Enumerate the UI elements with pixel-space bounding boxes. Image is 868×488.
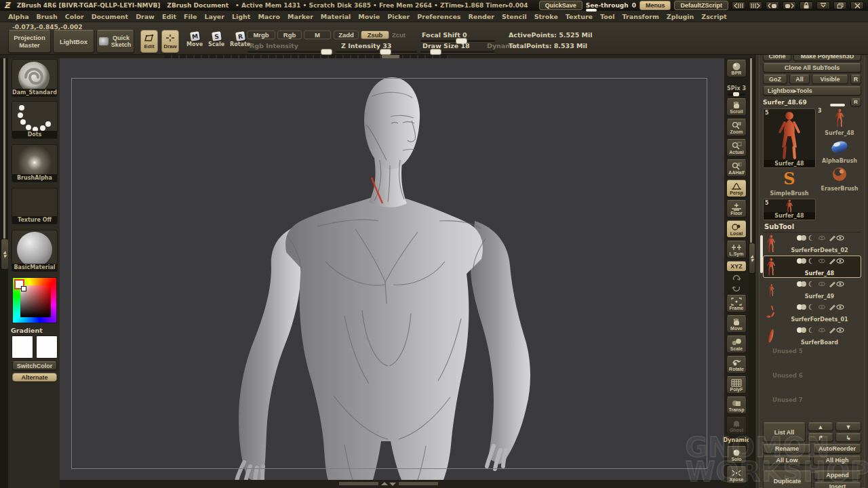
see-through-handle[interactable] <box>586 9 597 12</box>
z-intensity-handle[interactable] <box>380 49 391 55</box>
menu-draw[interactable]: Draw <box>136 13 155 20</box>
default-zscript-button[interactable]: DefaultZScript <box>674 1 728 10</box>
lightbox-button[interactable]: LightBox <box>53 30 94 53</box>
subtool-row-surfer49[interactable]: Surfer_49 <box>763 279 861 301</box>
subtool-visibility-icons[interactable] <box>795 258 844 264</box>
tool-thumbnail-surfer48-bottom[interactable]: 5 Surfer_48 <box>763 199 816 220</box>
document-canvas[interactable] <box>60 58 724 480</box>
active-tool-slider[interactable]: Surfer_48.69 R <box>763 98 861 106</box>
aahalf-button[interactable]: AAHalf <box>726 159 747 177</box>
color-picker[interactable] <box>12 277 57 323</box>
next-document-hand-icon[interactable] <box>783 1 796 9</box>
menu-picker[interactable]: Picker <box>387 13 410 20</box>
xyz-symmetry-button[interactable]: XYZ <box>726 261 747 272</box>
prev-document-hand-icon[interactable] <box>766 1 779 9</box>
draw-size-track[interactable] <box>420 51 495 53</box>
active-tool-thumbnail[interactable]: 5 Surfer_48 <box>763 108 816 168</box>
scale-mode-button[interactable]: S Scale <box>208 32 224 47</box>
draw-size-slider[interactable]: Draw Size 18 <box>422 42 470 49</box>
subtool-up-button[interactable]: ▲ <box>808 422 833 431</box>
minimize-button[interactable] <box>816 1 830 9</box>
y-rotate-icon[interactable] <box>732 274 741 282</box>
xpose-button[interactable]: Xpose <box>726 466 747 484</box>
quicksave-button[interactable]: QuickSave <box>539 1 583 10</box>
scale-button[interactable]: Scale <box>726 336 747 353</box>
zadd-button[interactable]: Zadd <box>334 30 359 39</box>
scrollbar-segment-right[interactable] <box>399 482 438 485</box>
subtool-move-down-button[interactable]: ↳ <box>835 433 861 442</box>
subtool-visibility-icons[interactable] <box>795 235 844 241</box>
duplicate-button[interactable]: Duplicate <box>763 470 812 488</box>
current-stroke-thumbnail[interactable]: Dots <box>12 101 58 139</box>
left-tray-toggle-icon[interactable] <box>732 1 745 9</box>
zcut-button[interactable]: Zcut <box>391 30 406 39</box>
list-all-button[interactable]: List All <box>763 422 806 442</box>
actual-button[interactable]: Actual <box>726 139 747 157</box>
current-brush-thumbnail[interactable]: Dam_Standard <box>12 59 58 97</box>
menu-zscript[interactable]: Zscript <box>701 13 726 20</box>
goz-all-button[interactable]: All <box>789 75 810 84</box>
all-high-button[interactable]: All High <box>813 455 861 465</box>
alternate-button[interactable]: Alternate <box>12 373 57 382</box>
z-rotate-icon[interactable] <box>732 285 741 292</box>
menu-alpha[interactable]: Alpha <box>8 13 29 20</box>
lock-icon[interactable] <box>800 1 813 9</box>
lightbox-tools-button[interactable]: Lightbox▸Tools <box>763 86 861 96</box>
rgb-button[interactable]: Rgb <box>277 30 302 39</box>
menu-transform[interactable]: Transform <box>623 13 659 20</box>
goz-visible-button[interactable]: Visible <box>812 75 848 84</box>
menu-macro[interactable]: Macro <box>258 13 280 20</box>
bpr-render-button[interactable]: BPR <box>726 60 747 77</box>
subtool-row-surferfordeets01[interactable]: SurferForDeets_01 <box>763 302 861 324</box>
local-button[interactable]: Local <box>726 220 747 238</box>
subtool-row-surferboard[interactable]: SurferBoard <box>763 325 861 347</box>
move-mode-button[interactable]: M Move <box>186 32 203 47</box>
scroll-down-icon[interactable] <box>389 483 396 486</box>
menu-document[interactable]: Document <box>92 13 128 20</box>
spix-handle[interactable] <box>733 92 739 96</box>
goz-button[interactable]: GoZ <box>763 75 787 84</box>
dynamic-label[interactable]: Dynamic <box>724 437 750 443</box>
menu-light[interactable]: Light <box>232 13 250 20</box>
menu-layer[interactable]: Layer <box>204 13 224 20</box>
subtool-row-surferfordeets02[interactable]: SurferForDeets_02 <box>763 232 861 255</box>
current-texture-thumbnail[interactable]: Texture Off <box>12 188 58 224</box>
polyf-button[interactable]: PolyF <box>726 376 747 394</box>
m-button[interactable]: M <box>304 30 331 39</box>
menu-material[interactable]: Material <box>321 13 351 20</box>
close-button[interactable] <box>850 1 864 9</box>
rgb-intensity-handle[interactable] <box>321 49 332 55</box>
rgb-intensity-track[interactable] <box>248 51 332 53</box>
draw-size-handle[interactable] <box>430 49 441 55</box>
tool-r-button[interactable]: R <box>850 98 861 106</box>
menu-brush[interactable]: Brush <box>37 13 58 20</box>
rename-button[interactable]: Rename <box>763 444 811 453</box>
z-intensity-track[interactable] <box>336 51 417 53</box>
menu-texture[interactable]: Texture <box>566 13 593 20</box>
tool-thumbnail-surfer48[interactable]: Surfer_48 <box>818 108 861 136</box>
insert-button[interactable]: Insert <box>814 482 861 488</box>
menu-marker[interactable]: Marker <box>288 13 313 20</box>
zoom-button[interactable]: Zoom <box>726 119 747 136</box>
gradient-swatch-main[interactable] <box>12 336 33 359</box>
ghost-button[interactable]: Ghost <box>726 417 747 434</box>
menu-tool[interactable]: Tool <box>600 13 615 20</box>
subtool-visibility-icons[interactable] <box>795 304 844 310</box>
subtool-section-title[interactable]: SubTool <box>764 223 861 230</box>
subtool-visibility-icons[interactable] <box>795 327 844 333</box>
switch-color-button[interactable]: SwitchColor <box>12 361 57 370</box>
quick-sketch-button[interactable]: Quick Sketch <box>96 30 134 53</box>
spix-slider[interactable]: SPix 3 <box>727 80 746 96</box>
append-button[interactable]: Append <box>814 470 861 480</box>
move-button[interactable]: Move <box>726 315 747 333</box>
right-tray-scrollbar[interactable]: ▲▼ <box>749 58 755 488</box>
subtool-row-surfer48-selected[interactable]: Surfer_48 <box>763 256 861 278</box>
menu-zplugin[interactable]: Zplugin <box>667 13 694 20</box>
scroll-button[interactable]: Scroll <box>726 98 747 116</box>
menu-preferences[interactable]: Preferences <box>417 13 460 20</box>
restore-button[interactable] <box>833 1 847 9</box>
all-low-button[interactable]: All Low <box>763 455 811 465</box>
menu-stroke[interactable]: Stroke <box>534 13 558 20</box>
solo-button[interactable]: Solo <box>726 446 747 464</box>
menu-color[interactable]: Color <box>65 13 84 20</box>
